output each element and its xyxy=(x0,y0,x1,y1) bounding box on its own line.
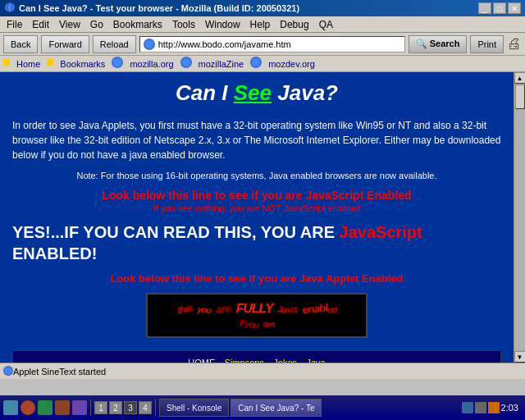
bookmark-icon-home xyxy=(3,58,10,70)
links-row-1: HOME Simpsons Jokes Java xyxy=(25,357,488,363)
menu-view[interactable]: View xyxy=(54,17,85,32)
print-icon: 🖨 xyxy=(507,35,522,52)
earth-icon xyxy=(144,39,155,50)
page-num-3[interactable]: 3 xyxy=(124,401,137,414)
js-not-enabled-text: If you see nothing, you are NOT JavaScri… xyxy=(12,203,501,213)
bookmark-mozillazine[interactable]: mozillaZine xyxy=(199,59,244,69)
java-applet-banner: Look below this line to see if you are J… xyxy=(12,272,501,285)
taskbar-divider-2 xyxy=(155,399,156,416)
menu-bar: File Edit View Go Bookmarks Tools Window… xyxy=(0,16,525,33)
bookmarks-bar: Home Bookmarks mozilla.org mozillaZine m… xyxy=(0,56,525,72)
taskbar-icon-2[interactable] xyxy=(21,400,35,415)
intro-text: In order to see Java Applets, you first … xyxy=(12,118,501,162)
big-text-js: JavaScript xyxy=(340,223,422,241)
status-bar: Applet SineText started xyxy=(0,363,525,379)
minimize-button[interactable]: _ xyxy=(478,2,491,14)
page-title-part2: Java? xyxy=(272,80,338,105)
title-bar: Can I See Java? - Test your browser - Mo… xyxy=(0,0,525,16)
close-button[interactable]: ✕ xyxy=(508,2,521,14)
note-text: Note: For those using 16-bit operating s… xyxy=(12,171,501,180)
taskbar-task-shell[interactable]: Shell - Konsole xyxy=(159,399,229,417)
status-earth-icon xyxy=(3,366,13,377)
status-text: Applet SineText started xyxy=(13,367,522,377)
page-numbers: 1 2 3 4 xyxy=(94,401,152,414)
tray-icon-1 xyxy=(462,402,473,413)
address-input[interactable] xyxy=(158,39,401,49)
reload-button[interactable]: Reload xyxy=(93,35,136,53)
taskbar: 1 2 3 4 Shell - Konsole Can I See Java? … xyxy=(0,395,525,420)
big-text-part1: YES!...IF YOU CAN READ THIS, YOU ARE xyxy=(12,223,340,241)
big-yes-text: YES!...IF YOU CAN READ THIS, YOU ARE Jav… xyxy=(12,221,501,264)
menu-bookmarks[interactable]: Bookmarks xyxy=(108,17,167,32)
menu-window[interactable]: Window xyxy=(200,17,245,32)
menu-go[interactable]: Go xyxy=(85,17,108,32)
bookmark-icon-mozilla xyxy=(112,57,123,71)
menu-debug[interactable]: Debug xyxy=(275,17,313,32)
bookmark-icon-bookmarks xyxy=(47,58,53,70)
taskbar-icon-3[interactable] xyxy=(38,400,52,415)
bookmark-home[interactable]: Home xyxy=(16,59,40,69)
scroll-track[interactable] xyxy=(514,84,526,351)
address-bar xyxy=(139,36,405,52)
window-icon xyxy=(4,2,16,15)
taskbar-icon-1[interactable] xyxy=(3,400,18,415)
scroll-down-button[interactable]: ▼ xyxy=(514,351,526,363)
clock: 2:03 xyxy=(501,403,518,413)
page-title: Can I See Java? xyxy=(12,80,501,106)
page-num-4[interactable]: 4 xyxy=(139,401,152,414)
bookmark-icon-mozdev xyxy=(250,57,262,71)
bookmark-icon-mozillazine xyxy=(180,57,192,71)
java-applet-box: this you are FULLY Java enabled If you s… xyxy=(146,293,368,338)
content-area: Can I See Java? In order to see Java App… xyxy=(0,72,514,363)
page-num-2[interactable]: 2 xyxy=(109,401,122,414)
big-text-part2: ENABLED! xyxy=(12,244,97,262)
page-num-1[interactable]: 1 xyxy=(94,401,107,414)
bookmark-mozdev[interactable]: mozdev.org xyxy=(268,59,315,69)
scroll-thumb[interactable] xyxy=(515,84,525,109)
print-button[interactable]: Print xyxy=(470,35,504,53)
system-tray: 2:03 xyxy=(462,402,522,413)
bookmark-bookmarks[interactable]: Bookmarks xyxy=(60,59,105,69)
page-title-part1: Can I xyxy=(176,80,234,105)
tray-icon-2 xyxy=(475,402,486,413)
window-controls: _ □ ✕ xyxy=(478,2,521,14)
links-table: HOME Simpsons Jokes Java Bookmarks Games… xyxy=(12,350,501,363)
taskbar-divider-1 xyxy=(90,399,91,416)
content-wrapper: Can I See Java? In order to see Java App… xyxy=(0,72,525,363)
window-title: Can I See Java? - Test your browser - Mo… xyxy=(19,3,299,13)
toolbar: Back Forward Reload 🔍 Search Print 🖨 xyxy=(0,33,525,56)
taskbar-icon-4[interactable] xyxy=(55,400,70,415)
menu-edit[interactable]: Edit xyxy=(27,17,54,32)
taskbar-start xyxy=(3,400,87,415)
taskbar-task-java[interactable]: Can I See Java? - Te xyxy=(231,399,322,417)
menu-qa[interactable]: QA xyxy=(314,17,338,32)
maximize-button[interactable]: □ xyxy=(493,2,506,14)
bookmark-mozilla[interactable]: mozilla.org xyxy=(130,59,173,69)
search-button[interactable]: 🔍 Search xyxy=(409,35,468,53)
back-button[interactable]: Back xyxy=(3,35,38,53)
taskbar-icon-5[interactable] xyxy=(72,400,87,415)
menu-tools[interactable]: Tools xyxy=(167,17,200,32)
scroll-up-button[interactable]: ▲ xyxy=(514,72,526,84)
page-title-see: See xyxy=(234,80,272,105)
java-animated-text: this you are FULLY Java enabled If you s… xyxy=(175,302,340,331)
tray-icon-3 xyxy=(488,402,500,413)
forward-button[interactable]: Forward xyxy=(41,35,89,53)
search-icon: 🔍 xyxy=(416,39,427,48)
js-enabled-banner: Look below this line to see if you are J… xyxy=(12,189,501,202)
scrollbar[interactable]: ▲ ▼ xyxy=(514,72,525,363)
menu-help[interactable]: Help xyxy=(245,17,276,32)
svg-point-0 xyxy=(5,2,15,12)
menu-file[interactable]: File xyxy=(2,17,27,32)
